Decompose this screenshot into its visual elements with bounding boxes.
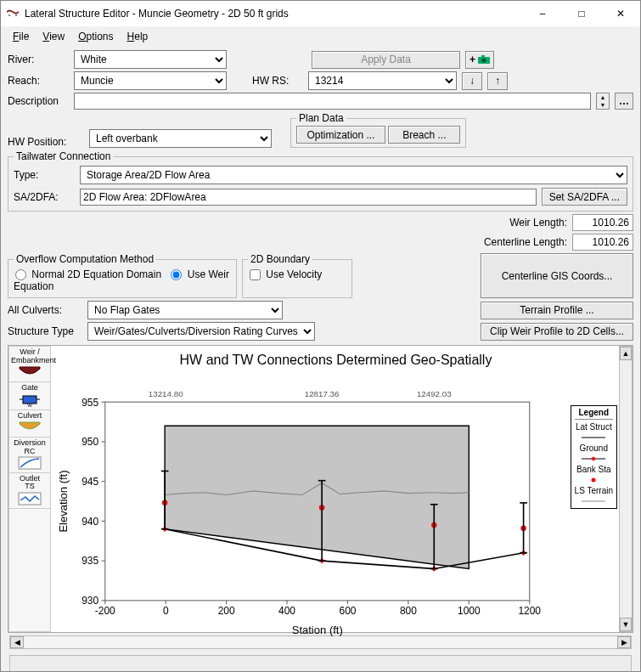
menu-file[interactable]: File bbox=[8, 29, 34, 44]
chart-legend: Legend Lat Struct Ground Bank Sta LS Ter… bbox=[571, 405, 617, 509]
tool-culvert[interactable]: Culvert bbox=[9, 410, 50, 438]
arrow-up-icon: ↑ bbox=[495, 75, 500, 87]
gate-icon: W bbox=[18, 393, 42, 407]
terrain-profile-button[interactable]: Terrain Profile ... bbox=[481, 302, 633, 319]
outlet-ts-icon bbox=[18, 492, 42, 505]
label-description: Description bbox=[8, 95, 69, 107]
tool-gate[interactable]: Gate W bbox=[9, 382, 50, 409]
svg-text:12817.36: 12817.36 bbox=[305, 389, 340, 398]
weir-icon bbox=[18, 365, 42, 379]
legend-title: Legend bbox=[575, 408, 613, 420]
label-weir-length: Weir Length: bbox=[509, 217, 567, 229]
svg-text:950: 950 bbox=[82, 437, 98, 449]
culvert-icon bbox=[18, 421, 42, 434]
close-button[interactable]: ✕ bbox=[601, 1, 640, 26]
description-input[interactable] bbox=[74, 93, 591, 110]
svg-text:Station (ft): Station (ft) bbox=[292, 624, 343, 636]
svg-text:800: 800 bbox=[400, 605, 417, 617]
tool-weir-embankment[interactable]: Weir / Embankment bbox=[9, 347, 50, 382]
tw-type-select[interactable]: Storage Area/2D Flow Area bbox=[80, 166, 627, 184]
description-spinner[interactable]: ▲ ▼ bbox=[596, 93, 610, 110]
svg-text:1000: 1000 bbox=[458, 605, 481, 617]
arrow-down-icon: ↓ bbox=[470, 75, 475, 87]
group-tailwater-label: Tailwater Connection bbox=[14, 150, 113, 162]
diversion-icon bbox=[18, 456, 42, 470]
group-tailwater: Tailwater Connection Type: Storage Area/… bbox=[8, 150, 633, 212]
label-sa2dfa: SA/2DFA: bbox=[14, 191, 75, 203]
svg-text:600: 600 bbox=[340, 605, 357, 617]
group-2d-boundary-label: 2D Boundary bbox=[248, 253, 312, 265]
apply-data-button[interactable]: Apply Data bbox=[312, 51, 460, 69]
scroll-right-icon[interactable]: ▶ bbox=[617, 636, 631, 648]
svg-point-1 bbox=[15, 14, 17, 16]
hw-position-select[interactable]: Left overbank bbox=[89, 129, 272, 148]
svg-text:W: W bbox=[27, 403, 32, 407]
svg-rect-68 bbox=[591, 456, 596, 461]
label-centerline-length: Centerline Length: bbox=[484, 236, 567, 248]
scroll-left-icon[interactable]: ◀ bbox=[10, 636, 24, 648]
svg-text:945: 945 bbox=[82, 476, 98, 488]
structure-type-select[interactable]: Weir/Gates/Culverts/Diversion Rating Cur… bbox=[87, 322, 315, 341]
chevron-up-icon: ▲ bbox=[597, 93, 609, 101]
menu-help[interactable]: Help bbox=[122, 29, 154, 44]
svg-text:13214.80: 13214.80 bbox=[149, 389, 183, 398]
svg-text:955: 955 bbox=[82, 397, 98, 409]
tool-strip: Weir / Embankment Gate W Culvert Diversi… bbox=[8, 346, 51, 631]
svg-rect-3 bbox=[481, 55, 485, 58]
scroll-up-icon[interactable]: ▲ bbox=[620, 347, 632, 360]
svg-text:400: 400 bbox=[278, 605, 295, 617]
svg-point-0 bbox=[8, 14, 10, 16]
all-culverts-select[interactable]: No Flap Gates bbox=[87, 301, 283, 319]
radio-normal-2d[interactable]: Normal 2D Equation Domain bbox=[14, 268, 164, 280]
add-photo-button[interactable]: + bbox=[465, 51, 494, 69]
chart-area[interactable]: HW and TW Connections Determined Geo-Spa… bbox=[51, 346, 633, 631]
description-more-button[interactable]: … bbox=[615, 93, 633, 110]
checkbox-use-velocity[interactable]: Use Velocity bbox=[248, 268, 322, 280]
label-hw-rs: HW RS: bbox=[252, 75, 303, 87]
centerline-gis-button[interactable]: Centerline GIS Coords... bbox=[481, 253, 633, 298]
rs-up-button[interactable]: ↑ bbox=[487, 72, 508, 90]
centerline-length-value: 1010.26 bbox=[572, 234, 633, 251]
svg-point-69 bbox=[592, 478, 596, 483]
chart-vscrollbar[interactable]: ▲ ▼ bbox=[619, 346, 633, 631]
app-icon bbox=[6, 7, 20, 20]
camera-icon bbox=[478, 55, 490, 64]
tool-diversion-rc[interactable]: Diversion RC bbox=[9, 438, 50, 473]
hw-rs-select[interactable]: 13214 bbox=[308, 71, 457, 90]
rs-down-button[interactable]: ↓ bbox=[462, 72, 482, 90]
menu-options[interactable]: Options bbox=[73, 29, 118, 44]
svg-text:-200: -200 bbox=[95, 605, 115, 617]
label-reach: Reach: bbox=[8, 75, 69, 87]
plus-icon: + bbox=[470, 54, 475, 65]
river-select[interactable]: White bbox=[74, 50, 227, 69]
chart-panel: Weir / Embankment Gate W Culvert Diversi… bbox=[8, 345, 633, 632]
set-sa2dfa-button[interactable]: Set SA/2DFA ... bbox=[542, 188, 627, 206]
breach-button[interactable]: Breach ... bbox=[388, 126, 460, 144]
label-tw-type: Type: bbox=[14, 169, 75, 181]
maximize-button[interactable]: □ bbox=[562, 1, 601, 26]
svg-marker-45 bbox=[165, 426, 469, 569]
svg-text:Elevation (ft): Elevation (ft) bbox=[57, 471, 70, 533]
svg-text:1200: 1200 bbox=[518, 605, 541, 617]
group-plan-data: Plan Data bbox=[296, 112, 346, 124]
label-river: River: bbox=[8, 54, 69, 65]
label-all-culverts: All Culverts: bbox=[8, 304, 82, 316]
titlebar: Lateral Structure Editor - Muncie Geomet… bbox=[1, 1, 640, 26]
label-hw-position: HW Position: bbox=[8, 136, 84, 148]
status-bar bbox=[9, 655, 632, 672]
clip-weir-button[interactable]: Clip Weir Profile to 2D Cells... bbox=[481, 323, 633, 341]
svg-text:200: 200 bbox=[218, 605, 235, 617]
svg-point-4 bbox=[482, 59, 486, 63]
minimize-button[interactable]: – bbox=[523, 1, 562, 26]
tool-outlet-ts[interactable]: Outlet TS bbox=[9, 473, 50, 509]
window-title: Lateral Structure Editor - Muncie Geomet… bbox=[25, 8, 523, 20]
chart[interactable]: -200020040060080010001200930935940945950… bbox=[54, 370, 617, 647]
optimization-button[interactable]: Optimization ... bbox=[296, 126, 385, 144]
menu-bar: File View Options Help bbox=[1, 26, 640, 47]
sa2dfa-input[interactable] bbox=[80, 189, 537, 206]
scroll-down-icon[interactable]: ▼ bbox=[620, 618, 632, 631]
reach-select[interactable]: Muncie bbox=[74, 71, 227, 90]
menu-view[interactable]: View bbox=[37, 29, 70, 44]
chart-title: HW and TW Connections Determined Geo-Spa… bbox=[54, 351, 617, 370]
svg-text:930: 930 bbox=[82, 596, 98, 607]
